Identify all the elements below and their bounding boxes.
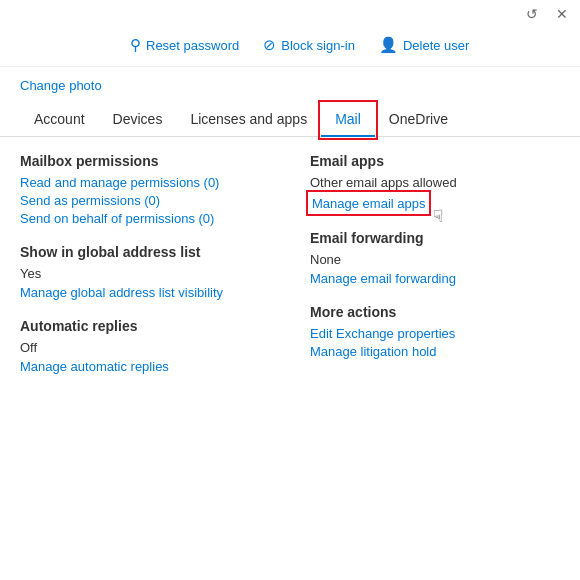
email-forwarding-value: None	[310, 252, 560, 267]
manage-email-apps-container: Manage email apps ☟	[310, 194, 427, 212]
block-signin-icon: ⊘	[263, 36, 276, 54]
mailbox-permissions-section: Mailbox permissions Read and manage perm…	[20, 153, 270, 226]
block-signin-button[interactable]: ⊘ Block sign-in	[263, 36, 355, 54]
manage-address-list-link[interactable]: Manage global address list visibility	[20, 285, 270, 300]
email-forwarding-section: Email forwarding None Manage email forwa…	[310, 230, 560, 286]
manage-email-apps-link[interactable]: Manage email apps	[312, 196, 425, 211]
automatic-replies-section: Automatic replies Off Manage automatic r…	[20, 318, 270, 374]
mailbox-permissions-title: Mailbox permissions	[20, 153, 270, 169]
global-address-list-value: Yes	[20, 266, 270, 281]
automatic-replies-title: Automatic replies	[20, 318, 270, 334]
manage-litigation-hold-link[interactable]: Manage litigation hold	[310, 344, 560, 359]
close-button[interactable]: ✕	[554, 6, 570, 22]
global-address-list-title: Show in global address list	[20, 244, 270, 260]
manage-email-apps-highlight: Manage email apps	[310, 194, 427, 212]
change-photo-link[interactable]: Change photo	[20, 78, 102, 93]
tabs-bar: Account Devices Licenses and apps Mail O…	[0, 103, 580, 137]
global-address-list-section: Show in global address list Yes Manage g…	[20, 244, 270, 300]
read-manage-permissions-link[interactable]: Read and manage permissions (0)	[20, 175, 270, 190]
reset-password-icon: ⚲	[130, 36, 141, 54]
title-bar: ↺ ✕	[0, 0, 580, 28]
manage-email-forwarding-link[interactable]: Manage email forwarding	[310, 271, 560, 286]
refresh-button[interactable]: ↺	[524, 6, 540, 22]
email-forwarding-title: Email forwarding	[310, 230, 560, 246]
more-actions-title: More actions	[310, 304, 560, 320]
tab-account[interactable]: Account	[20, 103, 99, 137]
cursor-icon: ☟	[433, 206, 443, 227]
left-column: Mailbox permissions Read and manage perm…	[20, 153, 270, 392]
manage-automatic-replies-link[interactable]: Manage automatic replies	[20, 359, 270, 374]
reset-password-button[interactable]: ⚲ Reset password	[130, 36, 239, 54]
automatic-replies-value: Off	[20, 340, 270, 355]
email-apps-value: Other email apps allowed	[310, 175, 560, 190]
more-actions-section: More actions Edit Exchange properties Ma…	[310, 304, 560, 359]
mail-content: Mailbox permissions Read and manage perm…	[0, 137, 580, 408]
reset-password-label: Reset password	[146, 38, 239, 53]
tab-devices[interactable]: Devices	[99, 103, 177, 137]
tab-mail[interactable]: Mail	[321, 103, 375, 137]
tab-onedrive[interactable]: OneDrive	[375, 103, 462, 137]
right-column: Email apps Other email apps allowed Mana…	[310, 153, 560, 392]
send-as-permissions-link[interactable]: Send as permissions (0)	[20, 193, 270, 208]
email-apps-section: Email apps Other email apps allowed Mana…	[310, 153, 560, 212]
delete-user-button[interactable]: 👤 Delete user	[379, 36, 469, 54]
delete-user-label: Delete user	[403, 38, 469, 53]
change-photo-area: Change photo	[0, 67, 580, 99]
delete-user-icon: 👤	[379, 36, 398, 54]
send-on-behalf-permissions-link[interactable]: Send on behalf of permissions (0)	[20, 211, 270, 226]
tab-licenses[interactable]: Licenses and apps	[176, 103, 321, 137]
email-apps-title: Email apps	[310, 153, 560, 169]
block-signin-label: Block sign-in	[281, 38, 355, 53]
toolbar: ⚲ Reset password ⊘ Block sign-in 👤 Delet…	[0, 28, 580, 67]
edit-exchange-properties-link[interactable]: Edit Exchange properties	[310, 326, 560, 341]
